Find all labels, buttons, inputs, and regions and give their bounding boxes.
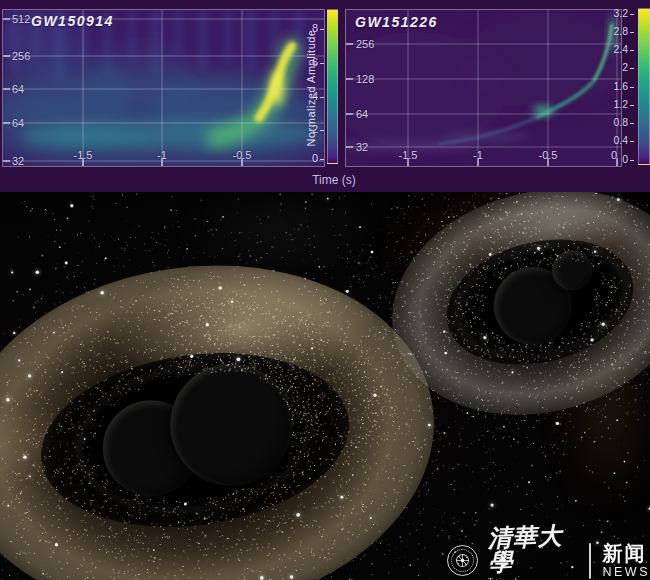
divider-line: [589, 543, 590, 579]
colorbar-gw151226: [638, 8, 650, 165]
spectrogram-gw151226-art: [346, 10, 621, 166]
university-name-english: Tsinghua University: [488, 576, 577, 580]
tsinghua-seal-icon: [447, 545, 478, 576]
time-tick: -0.5: [539, 149, 558, 161]
time-tick: -1.5: [399, 149, 418, 161]
time-tick: -1.5: [74, 149, 93, 161]
spectrogram-gw150914: GW150914 512 256 64 64 32 -1.5 -1 -0.5: [2, 9, 325, 167]
black-hole-illustration: 清華大學 Tsinghua University 新闻 NEWS: [0, 192, 650, 580]
colorbar-tick: 2: [600, 61, 634, 73]
university-name-chinese: 清華大學: [487, 523, 578, 574]
freq-tick: 64: [12, 117, 24, 129]
colorbar-tick: 1.6: [600, 80, 634, 92]
time-tick: -1: [157, 149, 167, 161]
colorbar-tick: 1.2: [600, 98, 634, 110]
colorbar-tick: 3.2: [600, 7, 634, 19]
colorbar-tick: 6: [296, 56, 324, 68]
university-name: 清華大學 Tsinghua University: [488, 525, 577, 580]
spectrogram-panel: GW150914 512 256 64 64 32 -1.5 -1 -0.5 N…: [0, 0, 650, 192]
colorbar-tick: 2.4: [600, 43, 634, 55]
starfield-canvas: [0, 192, 650, 580]
colorbar-gw150914: [327, 9, 338, 164]
colorbar-tick: 2: [296, 123, 324, 135]
freq-tick: 256: [12, 50, 30, 62]
news-label-chinese: 新闻: [603, 543, 647, 564]
freq-tick: 64: [356, 108, 368, 120]
freq-tick: 32: [356, 141, 368, 153]
colorbar-tick: 2.8: [600, 25, 634, 37]
time-tick: -1: [473, 149, 483, 161]
spectrogram-gw150914-art: [3, 10, 324, 166]
colorbar-tick: 8: [296, 22, 324, 34]
news-label-english: NEWS: [603, 565, 650, 579]
colorbar-tick: 0: [600, 153, 634, 165]
freq-tick: 32: [12, 155, 24, 167]
news-badge: 新闻 NEWS: [603, 543, 650, 579]
colorbar-tick: 0.4: [600, 134, 634, 146]
plot-title-gw151226: GW151226: [355, 14, 438, 30]
time-axis-label: Time (s): [0, 167, 650, 192]
branding-block: 清華大學 Tsinghua University 新闻 NEWS: [447, 525, 650, 580]
colorbar-tick: 4: [296, 90, 324, 102]
time-tick: -0.5: [233, 149, 252, 161]
plot-title-gw150914: GW150914: [31, 13, 114, 29]
freq-tick: 64: [12, 83, 24, 95]
press-image: GW150914 512 256 64 64 32 -1.5 -1 -0.5 N…: [0, 0, 650, 580]
freq-tick: 512: [12, 13, 30, 25]
freq-tick: 128: [356, 73, 374, 85]
colorbar-tick: 0: [296, 152, 324, 164]
freq-tick: 256: [356, 38, 374, 50]
colorbar-tick: 0.8: [600, 116, 634, 128]
spectrogram-gw151226: GW151226 256 128 64 32 -1.5 -1 -0.5 0: [345, 9, 622, 167]
